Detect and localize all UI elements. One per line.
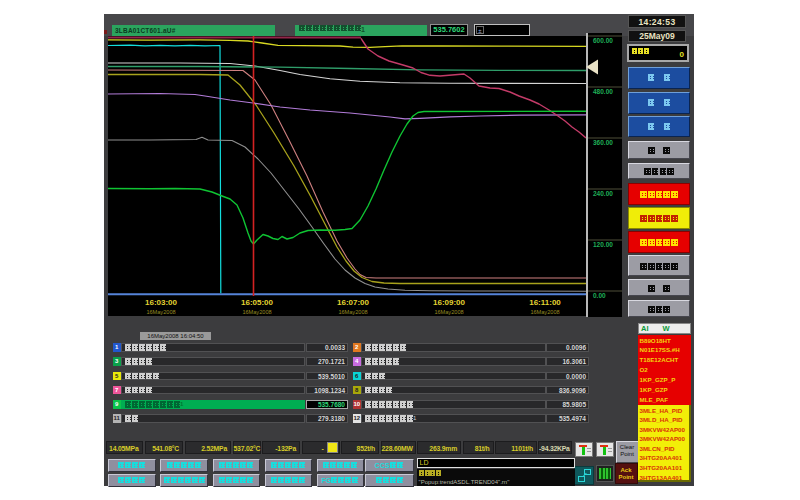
svg-text:16:03:00: 16:03:00: [145, 298, 178, 307]
svg-text:360.00: 360.00: [593, 139, 613, 146]
svg-text:120.00: 120.00: [593, 241, 613, 248]
svg-text:16May2008: 16May2008: [434, 309, 463, 315]
svg-text:240.00: 240.00: [593, 190, 613, 197]
svg-text:16:07:00: 16:07:00: [337, 298, 370, 307]
svg-text:16:09:00: 16:09:00: [433, 298, 466, 307]
svg-text:16May2008: 16May2008: [530, 309, 559, 315]
svg-text:0.00: 0.00: [593, 292, 606, 299]
svg-text:16May2008: 16May2008: [338, 309, 367, 315]
svg-text:16May2008: 16May2008: [146, 309, 175, 315]
svg-text:16:11:00: 16:11:00: [529, 298, 561, 307]
svg-text:16:05:00: 16:05:00: [241, 298, 274, 307]
svg-text:16May2008: 16May2008: [242, 309, 271, 315]
svg-text:480.00: 480.00: [593, 88, 613, 95]
svg-text:600.00: 600.00: [593, 37, 613, 44]
